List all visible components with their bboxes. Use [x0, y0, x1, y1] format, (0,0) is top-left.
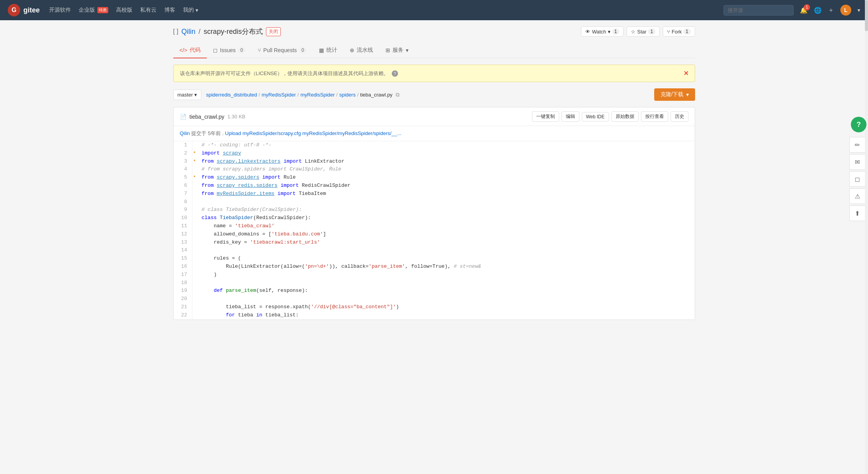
nav-item-mine[interactable]: 我的 ▾ — [183, 7, 198, 14]
tab-services[interactable]: ⊞ 服务 ▾ — [379, 43, 415, 58]
line-number: 22 — [174, 311, 192, 320]
scrollbar-thumb[interactable] — [865, 0, 868, 31]
navbar-right: 🔔 1 🌐 ＋ L ▾ — [724, 5, 860, 16]
one-click-copy-button[interactable]: 一键复制 — [532, 111, 559, 122]
logo[interactable]: G gitee — [8, 4, 40, 16]
line-number: 10 — [174, 214, 192, 222]
watch-button[interactable]: 👁 Watch ▾ 1 — [581, 26, 623, 37]
clone-label: 克隆/下载 — [660, 91, 684, 98]
line-dot: ● — [192, 174, 197, 180]
star-icon: ☆ — [631, 29, 636, 35]
code-line: 5 ● from scrapy.spiders import Rule — [174, 174, 695, 182]
tab-stats[interactable]: ▦ 统计 — [313, 43, 343, 58]
warning-sidebar-button[interactable]: ⚠ — [849, 188, 865, 204]
branch-name: master — [178, 92, 193, 98]
fork-button[interactable]: ⑂ Fork 1 — [663, 26, 695, 37]
nav-item-opensource[interactable]: 开源软件 — [49, 7, 71, 14]
tab-stats-label: 统计 — [326, 47, 337, 54]
clone-download-button[interactable]: 克隆/下载 ▾ — [654, 88, 695, 101]
notification-button[interactable]: 🔔 1 — [800, 7, 808, 14]
notification-badge: 1 — [804, 4, 810, 11]
nav-item-blog[interactable]: 博客 — [164, 7, 175, 14]
alert-help-icon[interactable]: ? — [392, 70, 398, 77]
branch-selector[interactable]: master ▾ — [173, 90, 202, 100]
tab-pr-label: Pull Requests — [263, 47, 297, 53]
line-number: 6 — [174, 182, 192, 190]
help-button[interactable]: ? — [851, 117, 866, 132]
nav-item-university[interactable]: 高校版 — [116, 7, 132, 14]
code-icon: </> — [180, 47, 187, 53]
line-dot: ● — [192, 158, 197, 164]
star-button[interactable]: ☆ Star 1 — [627, 26, 660, 37]
eye-icon: 👁 — [585, 29, 590, 35]
logo-text: gitee — [23, 6, 40, 14]
line-number: 9 — [174, 206, 192, 214]
tab-pullrequests[interactable]: ⑂ Pull Requests 0 — [252, 43, 313, 58]
plus-button[interactable]: ＋ — [828, 6, 834, 14]
repo-owner-link[interactable]: Qilin — [181, 28, 195, 36]
line-content: allowed_domains = ['tieba.baidu.com'] — [197, 230, 695, 239]
user-avatar[interactable]: L — [840, 5, 851, 16]
line-view-button[interactable]: 按行查看 — [641, 111, 668, 122]
code-line: 9 # class TiebaSpider(CrawlSpider): — [174, 206, 695, 214]
code-line: 20 — [174, 295, 695, 303]
line-number: 20 — [174, 295, 192, 303]
breadcrumb-sep-3: / — [357, 92, 359, 98]
line-number: 8 — [174, 198, 192, 206]
nav-item-label: 高校版 — [116, 7, 132, 14]
commit-info: Qilin 提交于 5年前 . Upload myRedisSpider/scr… — [174, 126, 695, 141]
code-line: 11 name = 'tieba_crawl' — [174, 222, 695, 230]
code-line: 7 from myRedisSpider.items import TiebaI… — [174, 190, 695, 198]
line-content: import scrapy — [197, 149, 695, 158]
tab-pipeline-label: 流水线 — [357, 47, 373, 54]
code-line: 22 for tieba in tieba_list: — [174, 311, 695, 320]
breadcrumb-part-0[interactable]: spiderredis_distributed — [206, 92, 257, 98]
repo-status-badge: 关闭 — [266, 27, 281, 36]
web-ide-button[interactable]: Web IDE — [582, 112, 609, 121]
file-name-info: 📄 tieba_crawl.py 1.30 KB — [180, 114, 246, 120]
code-line: 21 tieba_list = response.xpath('//div[@c… — [174, 303, 695, 311]
line-number: 13 — [174, 239, 192, 247]
breadcrumb-part-1[interactable]: myRedisSpider — [262, 92, 296, 98]
raw-data-button[interactable]: 原始数据 — [611, 111, 639, 122]
commit-action-text: 提交于 — [191, 130, 208, 136]
issues-icon: ◻ — [213, 47, 218, 53]
nav-item-enterprise[interactable]: 企业版 特惠 — [79, 7, 108, 14]
commit-user-link[interactable]: Qilin — [180, 130, 190, 136]
alert-close-button[interactable]: ✕ — [683, 70, 688, 77]
services-icon: ⊞ — [386, 47, 390, 53]
nav-item-private[interactable]: 私有云 — [140, 7, 157, 14]
line-number: 4 — [174, 165, 192, 174]
comment-sidebar-button[interactable]: ◻ — [849, 171, 865, 187]
line-number: 11 — [174, 222, 192, 230]
tab-pipeline[interactable]: ⊕ 流水线 — [343, 43, 379, 58]
alert-content: 该仓库未声明开源许可可证文件（LICENSE），使用请关注具体项目描述及其代码上… — [180, 70, 398, 77]
edit-button[interactable]: 编辑 — [562, 111, 579, 122]
line-dot: ● — [192, 149, 197, 156]
file-size: 1.30 KB — [227, 114, 245, 119]
mail-sidebar-button[interactable]: ✉ — [849, 154, 865, 170]
search-input[interactable] — [724, 5, 794, 16]
copy-path-icon[interactable]: ⧉ — [396, 91, 400, 98]
help-globe-icon[interactable]: 🌐 — [814, 7, 822, 14]
tab-code[interactable]: </> 代码 — [173, 43, 207, 58]
line-content: for tieba in tieba_list: — [197, 311, 695, 320]
line-number: 15 — [174, 255, 192, 263]
line-content: def parse_item(self, response): — [197, 287, 695, 295]
breadcrumb-part-3[interactable]: spiders — [339, 92, 356, 98]
line-number: 16 — [174, 263, 192, 271]
edit-sidebar-button[interactable]: ✏ — [849, 137, 865, 153]
code-area: 1 # -*- coding: utf-8 -*- 2 ● import scr… — [174, 141, 695, 320]
upload-sidebar-button[interactable]: ⬆ — [849, 205, 865, 221]
line-number: 12 — [174, 230, 192, 239]
line-content: from scrapy.spiders import Rule — [197, 174, 695, 182]
history-button[interactable]: 历史 — [671, 111, 688, 122]
line-content: # from scrapy.spiders import CrawlSpider… — [197, 165, 695, 174]
tab-issues[interactable]: ◻ Issues 0 — [207, 43, 252, 58]
breadcrumb-part-2[interactable]: myRedisSpider — [300, 92, 335, 98]
pipeline-icon: ⊕ — [350, 47, 354, 53]
line-number: 3 — [174, 158, 192, 166]
commit-message-link[interactable]: Upload myRedisSpider/scrapy.cfg myRedisS… — [225, 130, 401, 136]
dropdown-chevron-icon: ▾ — [195, 7, 198, 13]
code-line-highlighted: 15 rules = ( — [174, 255, 695, 263]
